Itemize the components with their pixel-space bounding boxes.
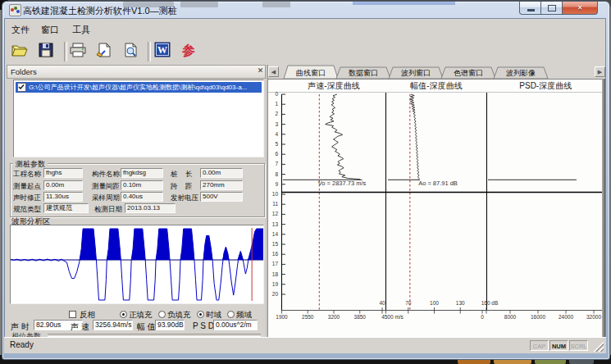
svg-text:32000: 32000 bbox=[586, 314, 601, 320]
status-key-cap: CAP bbox=[530, 340, 549, 351]
depth-curve-0 bbox=[326, 94, 361, 180]
svg-text:1: 1 bbox=[275, 101, 278, 107]
field-label-3: P S D bbox=[193, 321, 214, 330]
print-setup-icon bbox=[95, 42, 113, 58]
folder-list-item[interactable]: G:\公司产品设计开发\超声仪器\超声仪实地检测数据\测桩\qd\qd03\qd… bbox=[16, 82, 262, 93]
freq-domain-radio[interactable] bbox=[227, 311, 235, 318]
svg-text:100: 100 bbox=[430, 300, 439, 306]
svg-text:160 dB: 160 dB bbox=[481, 300, 499, 306]
field-value-1[interactable]: 3256.94m/s bbox=[93, 320, 133, 330]
print-setup-button[interactable] bbox=[95, 42, 116, 61]
svg-text:12: 12 bbox=[272, 211, 279, 216]
svg-text:曲线窗口: 曲线窗口 bbox=[296, 69, 326, 77]
glass-reflection bbox=[353, 2, 455, 5]
svg-text:8000: 8000 bbox=[504, 314, 517, 320]
fill-positive-radio[interactable] bbox=[120, 311, 127, 318]
print-preview-button[interactable] bbox=[121, 42, 143, 61]
status-bar bbox=[4, 337, 606, 353]
maximize-button[interactable] bbox=[540, 2, 563, 15]
svg-text:16000: 16000 bbox=[531, 314, 545, 320]
glass-reflection bbox=[180, 2, 218, 7]
param-value: 270mm bbox=[200, 180, 243, 190]
svg-text:16: 16 bbox=[272, 251, 279, 257]
svg-text:40: 40 bbox=[379, 300, 385, 306]
word-export-button[interactable]: W bbox=[153, 42, 175, 61]
svg-text:4500 m/s: 4500 m/s bbox=[381, 314, 404, 320]
folder-list[interactable]: G:\公司产品设计开发\超声仪器\超声仪实地检测数据\测桩\qd\qd03\qd… bbox=[13, 80, 264, 157]
pile-params-group-title: 测桩参数 bbox=[13, 159, 48, 170]
parameters-icon: 参 bbox=[180, 42, 198, 58]
fill-negative-radio[interactable] bbox=[158, 311, 166, 318]
field-label-1: 声 速 bbox=[71, 321, 89, 333]
param-value: fhghs bbox=[43, 168, 83, 178]
toolbar-separator bbox=[64, 42, 67, 61]
folders-pane-title: Folders bbox=[11, 67, 37, 76]
svg-text:5: 5 bbox=[275, 141, 278, 147]
svg-text:色谱窗口: 色谱窗口 bbox=[454, 69, 483, 77]
menu-item-1[interactable]: 窗口 bbox=[41, 24, 59, 36]
minimize-icon bbox=[527, 9, 535, 11]
folders-close-icon[interactable]: ✕ bbox=[256, 66, 265, 75]
param-label: 规范类型 bbox=[13, 205, 41, 215]
param-label: 检测日期 bbox=[94, 205, 122, 215]
status-text: Ready bbox=[10, 340, 34, 349]
chart-title-0: 声速-深度曲线 bbox=[308, 81, 359, 90]
svg-text:20: 20 bbox=[272, 291, 279, 297]
tab-data-window[interactable]: 数据窗口 bbox=[336, 67, 390, 79]
field-value-3[interactable]: 0.00us^2/m bbox=[213, 320, 258, 330]
time-domain-radio[interactable] bbox=[197, 311, 204, 318]
param-label: 桩 长 bbox=[171, 170, 192, 180]
svg-text:18: 18 bbox=[272, 271, 279, 277]
menu-item-0[interactable]: 文件 bbox=[11, 24, 30, 36]
param-value: 0.10m bbox=[121, 180, 163, 190]
print-icon bbox=[69, 42, 87, 58]
save-button[interactable] bbox=[37, 42, 58, 61]
folders-pane-header[interactable] bbox=[7, 65, 266, 79]
svg-text:6: 6 bbox=[275, 151, 278, 157]
curve-charts-area[interactable]: 声速-深度曲线幅值-深度曲线PSD-深度曲线012345678910111213… bbox=[268, 79, 605, 337]
svg-text:15: 15 bbox=[272, 241, 279, 247]
param-label: 工程名称 bbox=[13, 170, 41, 180]
clipped-groupbox: 相位参数 bbox=[10, 331, 262, 337]
tab-waveimage-window[interactable]: 波列影像 bbox=[494, 67, 548, 79]
param-label: 测量起点 bbox=[13, 182, 41, 192]
svg-text:参: 参 bbox=[181, 43, 195, 57]
status-key-num: NUM bbox=[549, 340, 568, 351]
parameters-button[interactable]: 参 bbox=[180, 42, 201, 61]
svg-text:17: 17 bbox=[272, 261, 279, 266]
svg-text:W: W bbox=[157, 44, 167, 56]
param-value: 11.30us bbox=[43, 192, 83, 202]
chart-title-1: 幅值-深度曲线 bbox=[410, 81, 462, 90]
svg-text:1900: 1900 bbox=[276, 314, 288, 320]
svg-text:波列窗口: 波列窗口 bbox=[401, 69, 431, 77]
svg-text:0: 0 bbox=[275, 91, 278, 97]
minimize-button[interactable] bbox=[519, 2, 541, 15]
menu-item-2[interactable]: 工具 bbox=[72, 24, 90, 36]
svg-text:3850: 3850 bbox=[354, 314, 367, 320]
status-key-scrl: SCRL bbox=[569, 340, 588, 351]
field-value-2[interactable]: 93.90dB bbox=[155, 320, 185, 330]
tab-curve-window[interactable]: 曲线窗口 bbox=[284, 66, 338, 79]
tab-wavetrain-window[interactable]: 波列窗口 bbox=[389, 67, 443, 79]
waveform-display[interactable] bbox=[10, 225, 264, 304]
maximize-icon bbox=[548, 5, 556, 11]
invert-checkbox[interactable] bbox=[69, 311, 76, 318]
close-button[interactable]: ✕ bbox=[562, 2, 598, 15]
param-value: 500V bbox=[200, 192, 243, 202]
svg-text:13: 13 bbox=[272, 221, 279, 227]
resize-grip[interactable] bbox=[593, 341, 604, 352]
chart-right-edge bbox=[602, 79, 605, 337]
check-icon bbox=[18, 84, 25, 90]
tab-bar: 曲线窗口数据窗口波列窗口色谱窗口波列影像 bbox=[268, 65, 605, 79]
svg-text:2: 2 bbox=[275, 111, 278, 116]
open-folder-button[interactable] bbox=[11, 42, 32, 61]
print-button[interactable] bbox=[69, 42, 90, 61]
field-label-0: 声 时 bbox=[11, 321, 30, 333]
print-preview-icon bbox=[121, 42, 139, 58]
tab-spectrum-window[interactable]: 色谱窗口 bbox=[441, 67, 495, 79]
svg-text:3200: 3200 bbox=[328, 314, 340, 320]
param-value: 2013.03.13 bbox=[125, 203, 176, 213]
svg-text:9: 9 bbox=[275, 181, 278, 187]
folder-item-checkbox[interactable] bbox=[17, 83, 26, 92]
open-folder-icon bbox=[11, 42, 29, 58]
